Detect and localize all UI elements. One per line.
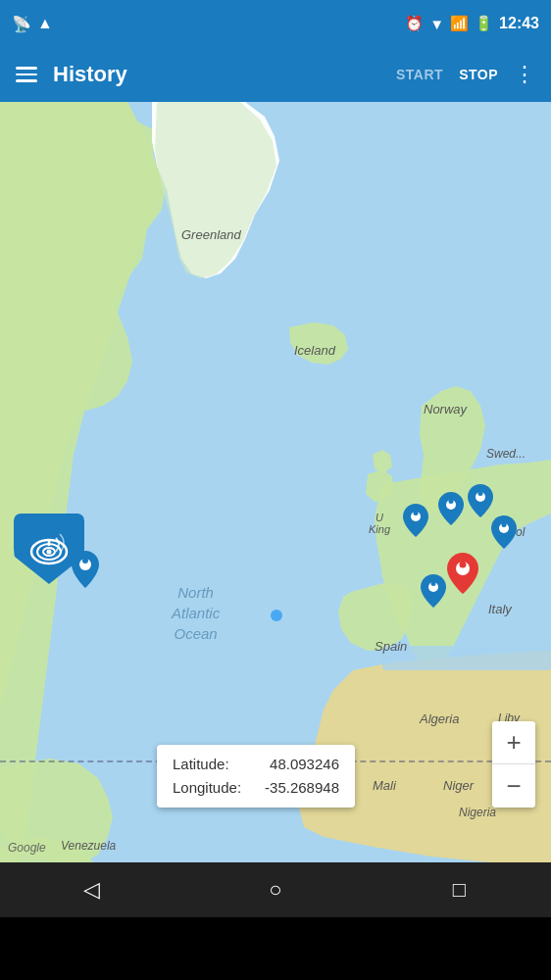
longitude-row: Longitude: -35.268948 xyxy=(173,776,339,800)
latitude-value: 48.093246 xyxy=(270,753,339,776)
recents-button[interactable]: □ xyxy=(434,865,483,914)
location-pin-selected[interactable] xyxy=(447,553,478,598)
zoom-in-button[interactable]: + xyxy=(492,721,535,764)
svg-point-13 xyxy=(431,581,436,586)
satellite-status-icon: 📡 xyxy=(12,15,31,33)
map-container[interactable]: NorthAtlanticOcean Greenland Iceland Nor… xyxy=(0,102,551,862)
nav-bar: ◁ ○ □ xyxy=(0,862,551,917)
svg-point-3 xyxy=(82,558,88,564)
clock: 12:43 xyxy=(499,15,539,32)
longitude-value: -35.268948 xyxy=(265,776,339,800)
location-pin-europe1[interactable] xyxy=(468,484,493,521)
location-pin-europe2[interactable] xyxy=(491,515,517,553)
status-bar-right: ⏰ ▼ 📶 🔋 12:43 xyxy=(405,15,539,32)
status-bar-left: 📡 ▲ xyxy=(12,15,53,33)
latitude-row: Latitude: 48.093246 xyxy=(173,753,339,776)
page-title: History xyxy=(53,62,380,87)
location-pin-france[interactable] xyxy=(421,574,446,612)
svg-point-9 xyxy=(478,491,483,496)
signal-icon: 📶 xyxy=(450,15,469,32)
back-button[interactable]: ◁ xyxy=(68,865,117,914)
longitude-label: Longitude: xyxy=(173,776,241,800)
location-pin-uk1[interactable] xyxy=(403,504,428,541)
start-button[interactable]: START xyxy=(396,67,443,82)
coordinate-info-box: Latitude: 48.093246 Longitude: -35.26894… xyxy=(157,745,355,808)
svg-point-20 xyxy=(47,550,52,555)
app-bar-actions: START STOP ⋮ xyxy=(396,64,535,85)
wifi-icon: ▼ xyxy=(429,16,444,32)
battery-icon: 🔋 xyxy=(475,15,493,32)
zoom-out-button[interactable]: − xyxy=(492,764,535,808)
stop-button[interactable]: STOP xyxy=(459,67,498,82)
alarm-icon: ⏰ xyxy=(405,15,424,32)
wifi-status-icon: ▲ xyxy=(37,15,53,32)
svg-point-11 xyxy=(502,522,507,527)
status-bar: 📡 ▲ ⏰ ▼ 📶 🔋 12:43 xyxy=(0,0,551,47)
svg-point-7 xyxy=(449,499,454,504)
ocean-location-dot xyxy=(271,610,282,621)
hamburger-menu-button[interactable] xyxy=(16,67,37,82)
location-pin-uk2[interactable] xyxy=(438,492,464,529)
app-bar: History START STOP ⋮ xyxy=(0,47,551,102)
svg-rect-1 xyxy=(382,646,551,670)
svg-point-5 xyxy=(414,511,419,515)
more-options-button[interactable]: ⋮ xyxy=(514,64,535,85)
google-watermark: Google xyxy=(8,841,46,855)
svg-point-15 xyxy=(460,562,467,568)
zoom-controls: + − xyxy=(492,721,535,808)
home-button[interactable]: ○ xyxy=(251,865,300,914)
latitude-label: Latitude: xyxy=(173,753,229,776)
